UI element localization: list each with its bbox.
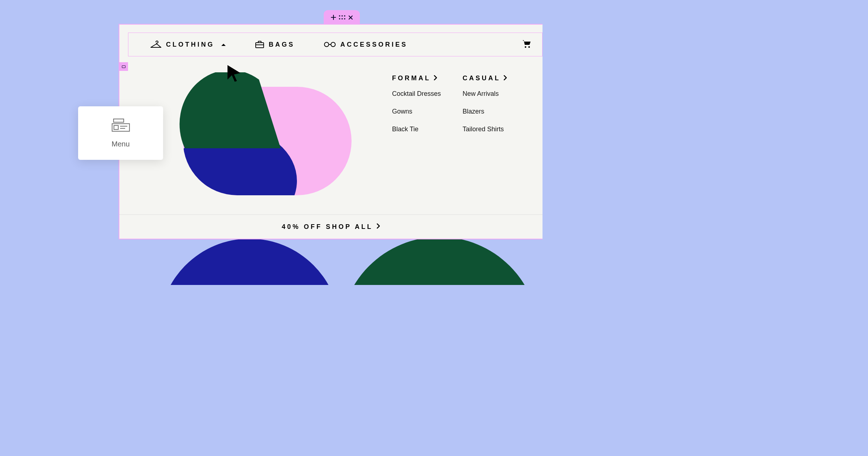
nav-item-label: ACCESSORIES xyxy=(340,41,408,48)
mega-column-header[interactable]: CASUAL xyxy=(463,74,507,82)
block-insert-menu-tile[interactable]: Menu xyxy=(78,106,163,160)
mega-column-casual: CASUAL New Arrivals Blazers Tailored Shi… xyxy=(463,74,507,143)
chevron-right-icon xyxy=(376,223,380,230)
promo-banner[interactable]: 40% OFF SHOP ALL xyxy=(119,214,542,239)
mega-link-black-tie[interactable]: Black Tie xyxy=(392,125,441,133)
menu-block-icon xyxy=(111,118,130,133)
caret-up-icon xyxy=(221,41,226,48)
mega-link-new-arrivals[interactable]: New Arrivals xyxy=(463,90,507,98)
mega-link-tailored-shirts[interactable]: Tailored Shirts xyxy=(463,125,507,133)
promo-banner-text: 40% OFF SHOP ALL xyxy=(282,223,373,231)
cart-icon[interactable] xyxy=(522,39,531,50)
mega-link-cocktail-dresses[interactable]: Cocktail Dresses xyxy=(392,90,441,98)
mega-column-header[interactable]: FORMAL xyxy=(392,74,441,82)
bg-circle-green xyxy=(340,237,539,285)
mega-column-header-label: FORMAL xyxy=(392,74,431,82)
svg-point-7 xyxy=(324,42,329,47)
chevron-right-icon xyxy=(434,74,437,82)
glasses-icon xyxy=(324,42,336,47)
mega-column-formal: FORMAL Cocktail Dresses Gowns Black Tie xyxy=(392,74,441,143)
briefcase-icon xyxy=(255,41,264,48)
svg-point-4 xyxy=(341,18,343,20)
svg-rect-16 xyxy=(114,125,118,129)
section-handle-icon xyxy=(122,65,125,68)
svg-point-10 xyxy=(528,46,530,48)
close-icon[interactable] xyxy=(348,15,353,20)
block-insert-label: Menu xyxy=(111,140,129,148)
svg-point-3 xyxy=(339,18,340,20)
section-handle[interactable] xyxy=(119,62,128,71)
svg-point-5 xyxy=(344,18,345,20)
nav-item-label: CLOTHING xyxy=(166,41,214,48)
navbar-section[interactable]: CLOTHING BAGS xyxy=(128,33,542,56)
hero-illustration xyxy=(150,72,353,195)
mega-menu-panel: FORMAL Cocktail Dresses Gowns Black Tie … xyxy=(119,62,542,214)
nav-item-label: BAGS xyxy=(269,41,295,48)
bg-circle-blue xyxy=(159,239,340,285)
chevron-right-icon xyxy=(503,74,507,82)
hanger-icon xyxy=(150,41,162,48)
svg-point-2 xyxy=(344,15,345,17)
section-edit-tab[interactable] xyxy=(324,10,360,25)
svg-rect-15 xyxy=(112,124,129,131)
nav-items: CLOTHING BAGS xyxy=(150,41,408,48)
mega-link-blazers[interactable]: Blazers xyxy=(463,108,507,115)
drag-handle-icon[interactable] xyxy=(339,15,345,20)
svg-point-9 xyxy=(525,46,526,48)
mega-link-gowns[interactable]: Gowns xyxy=(392,108,441,115)
website-preview-canvas[interactable]: CLOTHING BAGS xyxy=(119,24,542,239)
svg-point-8 xyxy=(331,42,335,47)
nav-item-bags[interactable]: BAGS xyxy=(255,41,295,48)
plus-icon[interactable] xyxy=(331,15,336,20)
nav-item-accessories[interactable]: ACCESSORIES xyxy=(324,41,408,48)
mega-column-header-label: CASUAL xyxy=(463,74,501,82)
nav-item-clothing[interactable]: CLOTHING xyxy=(150,41,226,48)
svg-point-1 xyxy=(341,15,343,17)
mega-menu-columns: FORMAL Cocktail Dresses Gowns Black Tie … xyxy=(392,74,507,143)
svg-rect-14 xyxy=(114,119,124,122)
svg-point-0 xyxy=(339,15,340,17)
